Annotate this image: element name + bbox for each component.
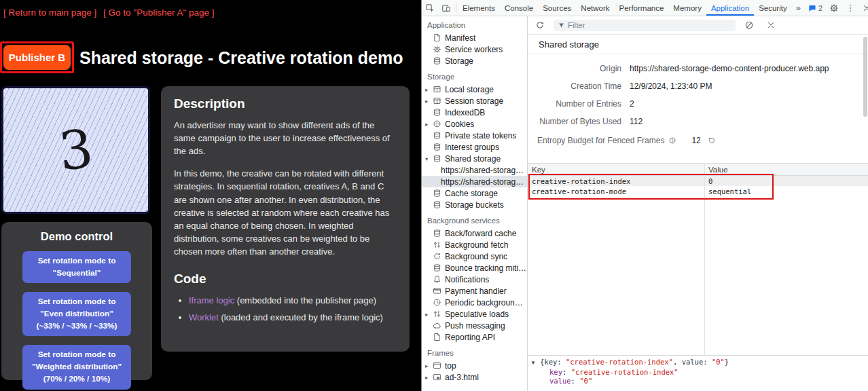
settings-gear-icon[interactable]: [826, 3, 842, 13]
tab-performance[interactable]: Performance: [615, 0, 669, 16]
frame-icon: [433, 361, 441, 370]
sidebar-item-storage-buckets[interactable]: Storage buckets: [422, 199, 527, 210]
vertical-scrollbar[interactable]: [863, 37, 867, 117]
info-icon[interactable]: [668, 136, 676, 145]
code-list-item: Iframe logic (embedded into the publishe…: [189, 294, 397, 308]
sidebar-item-cookies[interactable]: ▸Cookies: [422, 118, 527, 130]
code-link[interactable]: Iframe logic: [189, 295, 234, 305]
application-main-panel: Filter Shared storage Originhttps://shar…: [528, 16, 868, 391]
sidebar-item-indexeddb[interactable]: IndexedDB: [422, 107, 527, 118]
devtools-body: ApplicationManifestService workersStorag…: [422, 16, 868, 391]
sidebar-item-session-storage[interactable]: ▸Session storage: [422, 95, 527, 107]
table-row[interactable]: creative-rotation-modesequential: [528, 186, 868, 196]
publisher-page: [ Return to main page ] [ Go to "Publish…: [0, 0, 421, 391]
sidebar-item-label: Speculative loads: [445, 310, 509, 319]
sidebar-item-private-state-tokens[interactable]: Private state tokens: [422, 130, 527, 141]
sidebar-item-service-workers[interactable]: Service workers: [422, 43, 527, 55]
sidebar-item-manifest[interactable]: Manifest: [422, 32, 527, 43]
reset-budget-icon[interactable]: [708, 136, 716, 145]
sidebar-item-back-forward-cache[interactable]: Back/forward cache: [422, 227, 527, 239]
tab-application[interactable]: Application: [706, 0, 754, 16]
filter-input[interactable]: Filter: [554, 20, 736, 31]
sidebar-item-payment-handler[interactable]: Payment handler: [422, 285, 527, 297]
rotation-mode-button-2[interactable]: Set rotation mode to "Even distribution"…: [22, 292, 131, 336]
preview-summary-close: }: [725, 358, 729, 366]
table-header[interactable]: Key Value: [528, 164, 868, 176]
description-paragraph-2: In this demo, the creative can be rotate…: [174, 167, 397, 258]
database-icon: [433, 154, 441, 163]
devtools-tabs: ElementsConsoleSourcesNetworkPerformance…: [458, 0, 792, 16]
metadata-label: Entropy Budget for Fenced Frames: [537, 136, 664, 145]
more-tabs-button[interactable]: »: [792, 0, 805, 16]
table-icon: [433, 96, 441, 105]
refresh-icon[interactable]: [532, 20, 548, 30]
sidebar-item-shared-storage[interactable]: ▾Shared storage: [422, 153, 527, 164]
tab-elements[interactable]: Elements: [458, 0, 500, 16]
issues-badge[interactable]: 2: [805, 4, 826, 12]
inspect-element-icon[interactable]: [422, 0, 438, 16]
sidebar-item-ad-3-html[interactable]: ▸ad-3.html: [422, 371, 527, 383]
code-link-rest: (embedded into the publisher page): [234, 295, 376, 305]
expand-triangle-icon[interactable]: ▼: [530, 358, 540, 368]
preview-object-summary[interactable]: ▼{key: "creative-rotation-index", value:…: [530, 358, 865, 368]
sidebar-item-https-shared-storage-d[interactable]: https://shared-storage-d…: [422, 176, 527, 187]
sidebar-item-bounce-tracking-mitiga[interactable]: Bounce tracking mitiga…: [422, 262, 527, 274]
tab-security[interactable]: Security: [754, 0, 792, 16]
kebab-menu-icon[interactable]: ⋮: [842, 3, 858, 13]
return-main-page-link[interactable]: [ Return to main page ]: [3, 7, 96, 18]
sidebar-item-interest-groups[interactable]: Interest groups: [422, 141, 527, 153]
sidebar-item-https-shared-storage-d[interactable]: https://shared-storage-d…: [422, 164, 527, 176]
publisher-b-button[interactable]: Publisher B: [3, 45, 71, 70]
sidebar-item-background-sync[interactable]: Background sync: [422, 250, 527, 262]
metadata-row-entropy-budget: Entropy Budget for Fenced Frames12: [532, 130, 868, 151]
expander-icon[interactable]: ▸: [425, 374, 433, 381]
creative-ad-frame: 3: [1, 86, 150, 214]
metadata-label: Number of Bytes Used: [532, 117, 621, 126]
column-divider[interactable]: [704, 164, 705, 360]
expander-icon[interactable]: ▸: [425, 121, 433, 128]
device-toolbar-icon[interactable]: [438, 0, 454, 16]
metadata-value: 12: [691, 136, 700, 145]
delete-selected-icon[interactable]: [763, 20, 779, 30]
sidebar-item-label: Push messaging: [445, 321, 505, 331]
tab-network[interactable]: Network: [576, 0, 614, 16]
sidebar-item-speculative-loads[interactable]: ▸Speculative loads: [422, 308, 527, 320]
expander-icon[interactable]: ▸: [425, 86, 433, 93]
rotation-mode-button-3[interactable]: Set rotation mode to "Weighted distribut…: [22, 345, 131, 389]
table-row[interactable]: creative-rotation-index0: [528, 176, 868, 186]
code-link[interactable]: Worklet: [189, 312, 219, 322]
item-preview-pane: ▼{key: "creative-rotation-index", value:…: [528, 355, 868, 391]
refresh-arrow-icon: [535, 20, 545, 30]
expander-icon[interactable]: ▸: [425, 311, 433, 318]
publisher-a-page-link[interactable]: [ Go to "Publisher A" page ]: [103, 7, 214, 18]
sidebar-item-label: https://shared-storage-d…: [441, 177, 527, 187]
rotation-mode-button-1[interactable]: Set rotation mode to "Sequential": [22, 251, 131, 283]
metadata-label: Creation Time: [532, 81, 621, 91]
table-rows: creative-rotation-index0creative-rotatio…: [528, 176, 868, 196]
clear-all-icon[interactable]: [741, 20, 757, 30]
tab-console[interactable]: Console: [500, 0, 538, 16]
shared-storage-metadata: Originhttps://shared-storage-demo-conten…: [528, 54, 868, 155]
tabbar-right-controls: 2 ⋮: [805, 0, 868, 16]
value-column-header[interactable]: Value: [704, 166, 868, 174]
tab-sources[interactable]: Sources: [538, 0, 576, 16]
close-devtools-icon[interactable]: [858, 3, 868, 13]
sidebar-item-notifications[interactable]: Notifications: [422, 274, 527, 285]
sidebar-item-cache-storage[interactable]: Cache storage: [422, 187, 527, 199]
tab-memory[interactable]: Memory: [668, 0, 706, 16]
sidebar-item-periodic-background-s[interactable]: Periodic background s…: [422, 297, 527, 308]
sidebar-item-top[interactable]: ▸top: [422, 360, 527, 371]
expander-icon[interactable]: ▸: [425, 98, 433, 105]
sidebar-item-reporting-api[interactable]: Reporting API: [422, 331, 527, 343]
sidebar-item-local-storage[interactable]: ▸Local storage: [422, 83, 527, 95]
expander-icon[interactable]: ▾: [425, 155, 433, 162]
arrows-up-down-icon: [433, 240, 441, 249]
sidebar-item-background-fetch[interactable]: Background fetch: [422, 239, 527, 250]
expander-icon[interactable]: ▸: [425, 362, 433, 369]
database-icon: [433, 263, 441, 272]
sidebar-item-push-messaging[interactable]: Push messaging: [422, 320, 527, 331]
document-icon: [433, 333, 441, 341]
sidebar-item-storage[interactable]: Storage: [422, 55, 527, 67]
key-column-header[interactable]: Key: [528, 166, 704, 174]
sidebar-item-label: Cache storage: [445, 189, 498, 198]
